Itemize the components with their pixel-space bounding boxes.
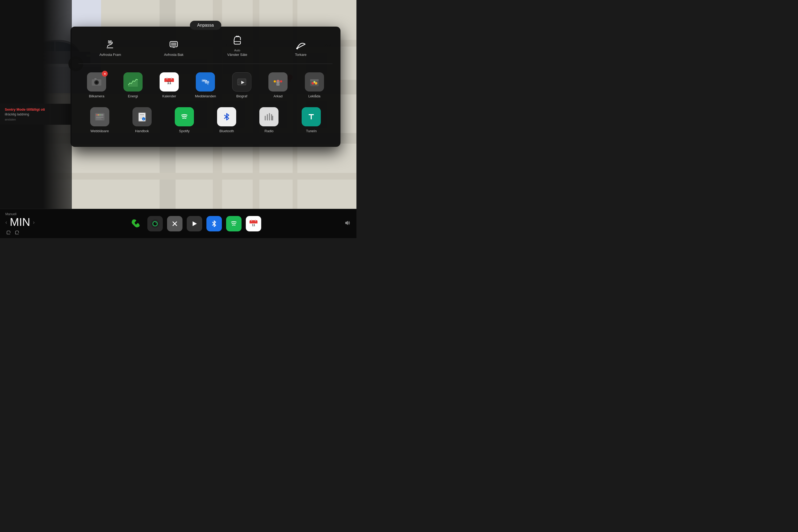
handbok-app[interactable]: i Handbok: [121, 104, 163, 136]
handbok-label: Handbok: [135, 129, 149, 133]
wiper-icon: [294, 38, 307, 51]
bilkamera-icon: ×: [87, 72, 106, 92]
climate-display: Manuell ‹ MIN ›: [5, 212, 37, 235]
tunein-label: TuneIn: [306, 129, 317, 133]
svg-point-81: [99, 114, 100, 115]
app-row-2: Webbläsare i Handbok: [78, 104, 332, 136]
svg-point-59: [238, 79, 239, 81]
svg-point-69: [280, 80, 282, 82]
notification-title: Sentry Mode tillfälligt oti: [5, 108, 67, 111]
svg-rect-72: [310, 79, 319, 81]
taskbar-bluetooth-button[interactable]: [206, 216, 222, 231]
radio-app[interactable]: Radio: [248, 104, 290, 136]
kalender-app[interactable]: 11 Kalender: [151, 69, 187, 101]
biograf-icon: [232, 72, 251, 92]
climate-controls-row: Avfrosta Fram Avfrosta Bak: [78, 32, 332, 64]
svg-point-37: [296, 48, 298, 49]
taskbar-close-button[interactable]: [167, 216, 183, 231]
svg-point-41: [95, 81, 98, 83]
radio-icon: [259, 107, 279, 126]
kalender-label: Kalender: [162, 94, 176, 98]
leklada-icon: [305, 72, 324, 92]
svg-point-93: [179, 111, 190, 122]
notification-connected: ansluten: [5, 118, 67, 121]
bluetooth-label: Bluetooth: [220, 129, 234, 133]
taskbar-media-button[interactable]: [187, 216, 202, 231]
svg-point-70: [274, 80, 276, 82]
svg-point-60: [238, 81, 239, 82]
arkad-label: Arkad: [273, 94, 283, 98]
taskbar-icons: 11: [45, 216, 344, 231]
app-row-1: × Bilkamera Energi: [78, 69, 332, 101]
svg-point-54: [206, 80, 207, 81]
notification-subtitle: illräcklig laddning: [5, 113, 67, 116]
meddelanden-app[interactable]: Meddelanden: [187, 69, 224, 101]
svg-text:11: 11: [167, 81, 171, 85]
torkare-button[interactable]: Torkare: [269, 36, 332, 59]
climate-temp-display: ‹ MIN ›: [5, 216, 35, 228]
svg-point-107: [155, 222, 156, 224]
webblasare-app[interactable]: Webbläsare: [78, 104, 121, 136]
taskbar-phone-button[interactable]: [128, 216, 143, 231]
notification-card: Sentry Mode tillfälligt oti illräcklig l…: [0, 104, 72, 125]
taskbar-right-controls: [344, 219, 351, 228]
defrost-front-icon: [104, 38, 116, 51]
svg-rect-42: [94, 78, 97, 79]
taskbar-camera-button[interactable]: [147, 216, 163, 231]
volume-icon[interactable]: [344, 219, 351, 228]
bilkamera-app[interactable]: × Bilkamera: [78, 69, 115, 101]
bluetooth-app[interactable]: Bluetooth: [206, 104, 248, 136]
anpassa-button[interactable]: Anpassa: [190, 21, 221, 30]
biograf-app[interactable]: Biograf: [224, 69, 260, 101]
seat-icon-left: [5, 229, 12, 235]
svg-point-52: [203, 80, 204, 81]
energi-app[interactable]: Energi: [115, 69, 151, 101]
svg-rect-99: [272, 116, 273, 120]
taskbar-spotify-button[interactable]: [226, 216, 242, 231]
svg-point-53: [204, 80, 205, 81]
spotify-icon: [175, 107, 194, 126]
defrost-rear-icon: [167, 38, 180, 51]
svg-text:i: i: [144, 118, 144, 120]
avfrosta-bak-label: Avfrosta Bak: [164, 53, 183, 57]
next-arrow[interactable]: ›: [33, 220, 35, 225]
svg-rect-51: [205, 81, 209, 83]
svg-point-62: [245, 79, 246, 81]
handbok-icon: i: [132, 107, 152, 126]
svg-rect-95: [265, 116, 266, 120]
avfrosta-bak-button[interactable]: Avfrosta Bak: [142, 36, 206, 59]
spotify-app[interactable]: Spotify: [163, 104, 205, 136]
svg-rect-98: [271, 114, 272, 120]
svg-text:11: 11: [252, 224, 255, 227]
tunein-icon: [302, 107, 321, 126]
kalender-icon: 11: [159, 72, 179, 92]
seat-heat-icon: [231, 34, 244, 46]
bilkamera-label: Bilkamera: [89, 94, 104, 98]
taskbar-calendar-button[interactable]: 11: [246, 216, 261, 231]
prev-arrow[interactable]: ‹: [5, 220, 7, 225]
leklada-app[interactable]: Leklåda: [296, 69, 332, 101]
svg-point-61: [238, 83, 239, 84]
arkad-app[interactable]: Arkad: [260, 69, 296, 101]
energi-icon: [124, 72, 142, 92]
temp-value: MIN: [10, 216, 30, 228]
avfrosta-fram-button[interactable]: Avfrosta Fram: [78, 36, 142, 59]
seat-icon-right: [14, 229, 20, 235]
svg-marker-110: [193, 221, 197, 226]
tunein-app[interactable]: TuneIn: [290, 104, 332, 136]
spotify-label: Spotify: [179, 129, 190, 133]
svg-rect-82: [96, 117, 103, 118]
svg-rect-84: [96, 119, 102, 120]
webblasare-icon: [90, 107, 109, 126]
svg-rect-97: [269, 113, 270, 120]
energi-label: Energi: [128, 94, 138, 98]
vanster-sate-button[interactable]: Auto Vänster Säte: [206, 32, 269, 59]
arkad-icon: [268, 72, 288, 92]
bluetooth-icon: [217, 107, 236, 126]
svg-rect-83: [96, 118, 101, 119]
meddelanden-label: Meddelanden: [195, 94, 216, 98]
webblasare-label: Webbläsare: [91, 129, 109, 133]
svg-rect-96: [267, 114, 268, 120]
meddelanden-icon: [196, 72, 215, 92]
climate-mode-label: Manuell: [5, 212, 17, 216]
